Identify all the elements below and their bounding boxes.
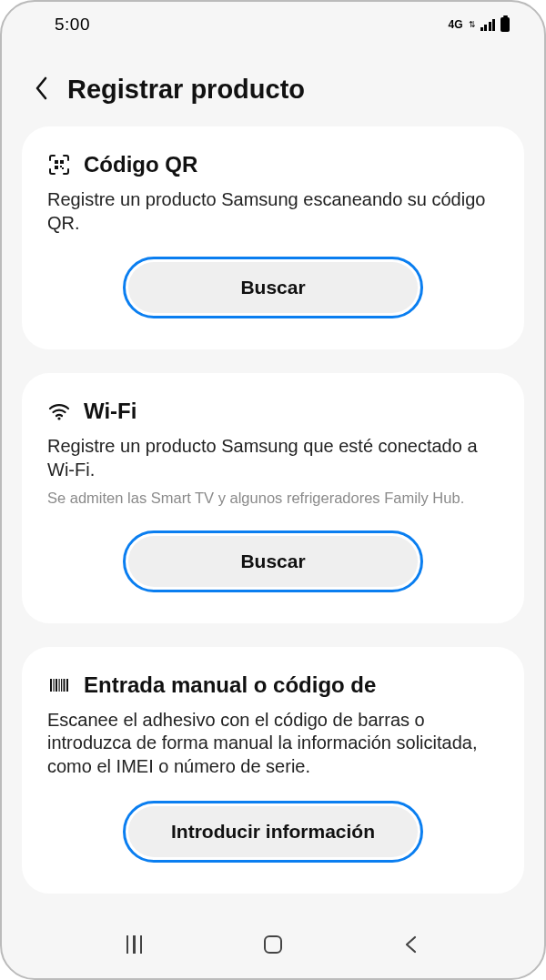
svg-rect-4 <box>62 167 64 169</box>
svg-rect-10 <box>61 679 62 692</box>
wifi-icon <box>47 399 71 423</box>
svg-rect-7 <box>54 679 55 692</box>
status-bar: 5:00 4G ⇅ <box>2 2 544 47</box>
nav-recents-button[interactable] <box>126 935 143 954</box>
highlight-ring: Introducir información <box>123 801 423 863</box>
svg-rect-2 <box>55 166 58 169</box>
page-title: Registrar producto <box>67 75 305 105</box>
svg-rect-9 <box>59 679 60 692</box>
highlight-ring: Buscar <box>123 257 423 318</box>
network-type-label: 4G <box>448 18 462 31</box>
status-time: 5:00 <box>55 15 90 35</box>
svg-rect-8 <box>56 679 57 692</box>
back-button[interactable] <box>33 76 51 105</box>
battery-icon <box>500 17 510 32</box>
card-qr-desc: Registre un producto Samsung escaneando … <box>47 188 499 235</box>
card-wifi-sub: Se admiten las Smart TV y algunos refrig… <box>47 489 499 508</box>
system-nav-bar <box>2 924 544 965</box>
nav-back-button[interactable] <box>403 935 420 954</box>
svg-rect-3 <box>60 166 62 167</box>
signal-icon <box>480 18 496 31</box>
card-qr: Código QR Registre un producto Samsung e… <box>22 126 524 349</box>
svg-point-5 <box>57 418 60 420</box>
card-wifi: Wi-Fi Registre un producto Samsung que e… <box>22 373 524 623</box>
svg-rect-12 <box>66 679 68 692</box>
status-indicators: 4G ⇅ <box>448 17 510 32</box>
svg-rect-6 <box>50 679 52 692</box>
qr-search-button[interactable]: Buscar <box>128 262 418 313</box>
card-qr-title: Código QR <box>84 152 197 177</box>
card-manual: Entrada manual o código de Escanee el ad… <box>22 647 524 894</box>
svg-rect-0 <box>55 160 58 164</box>
barcode-icon <box>47 673 71 697</box>
card-wifi-desc: Registre un producto Samsung que esté co… <box>47 435 499 481</box>
card-manual-desc: Escanee el adhesivo con el código de bar… <box>47 709 499 779</box>
card-manual-title: Entrada manual o código de <box>84 672 376 698</box>
svg-rect-1 <box>60 160 64 164</box>
wifi-search-button[interactable]: Buscar <box>128 536 418 587</box>
nav-home-button[interactable] <box>264 935 282 954</box>
svg-rect-11 <box>64 679 66 692</box>
qr-icon <box>47 153 71 177</box>
highlight-ring: Buscar <box>123 530 423 592</box>
manual-enter-button[interactable]: Introducir información <box>128 806 418 857</box>
card-wifi-title: Wi-Fi <box>84 399 136 424</box>
